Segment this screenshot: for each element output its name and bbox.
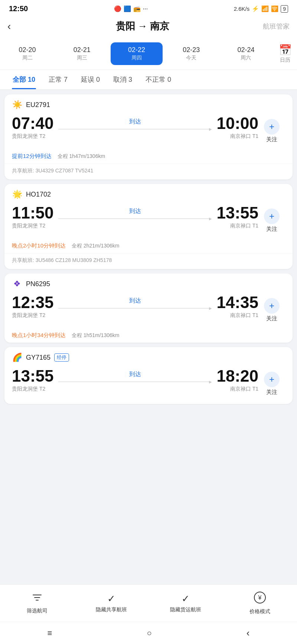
date-selector: 02-20 周二 02-21 周三 02-22 周四 02-23 今天 02-2… bbox=[0, 38, 297, 70]
filter-airline-button[interactable]: 筛选航司 bbox=[0, 590, 74, 617]
battery-icon: 9 bbox=[281, 5, 288, 13]
arrival-time: 13:55 bbox=[216, 205, 258, 221]
date-item-0224[interactable]: 02-24 周六 bbox=[220, 42, 272, 65]
tab-abnormal[interactable]: 不正常 0 bbox=[139, 70, 178, 89]
flight-body: 11:50 到达 13:55 贵阳龙洞堡 T2 南京禄口 T1 + bbox=[4, 203, 293, 241]
menu-button[interactable]: ≡ bbox=[48, 628, 52, 638]
bottom-action-bar: 筛选航司 ✓ 隐藏共享航班 ✓ 隐藏货运航班 ¥ 价格模式 bbox=[0, 584, 297, 622]
hide-shared-icon: ✓ bbox=[107, 593, 115, 605]
tab-cancelled[interactable]: 取消 3 bbox=[107, 70, 139, 89]
home-indicator-bar: ≡ ○ ‹ bbox=[0, 622, 297, 644]
flight-card-gy7165: 🌈 GY7165 经停 13:55 到达 18:20 bbox=[4, 347, 293, 404]
flight-body: 07:40 到达 10:00 贵阳龙洞堡 T2 南京禄口 T1 + bbox=[4, 114, 293, 151]
tab-delayed[interactable]: 延误 0 bbox=[74, 70, 107, 89]
flight-header: 🌟 HO1702 bbox=[4, 184, 293, 203]
arrow-line bbox=[58, 306, 212, 310]
airports-row: 贵阳龙洞堡 T2 南京禄口 T1 bbox=[12, 223, 258, 229]
date-item-0220[interactable]: 02-20 周二 bbox=[1, 42, 53, 65]
filter-icon bbox=[32, 592, 43, 606]
flight-header: ❖ PN6295 bbox=[4, 274, 293, 293]
chat-icon: 🟦 bbox=[124, 5, 131, 12]
status-icons: 🔴 🟦 📻 ··· bbox=[114, 5, 148, 12]
status-time: 12:50 bbox=[9, 4, 28, 13]
shared-flights: 共享航班: 3U5486 CZ128 MU3809 ZH5178 bbox=[4, 253, 293, 269]
price-icon: ¥ bbox=[254, 591, 266, 606]
check-shared: ✓ bbox=[107, 593, 115, 604]
hide-cargo-icon: ✓ bbox=[182, 593, 190, 605]
airline-logo-pn: ❖ bbox=[12, 279, 22, 289]
flight-header: ☀️ EU2791 bbox=[4, 94, 293, 114]
airports-row: 贵阳龙洞堡 T2 南京禄口 T1 bbox=[12, 312, 258, 319]
check-cargo: ✓ bbox=[182, 593, 190, 604]
departure-time: 11:50 bbox=[12, 205, 54, 221]
airline-logo-ho: 🌟 bbox=[12, 189, 22, 200]
status-row: 晚点2小时10分钟到达 全程 2h21m/1306km bbox=[4, 241, 293, 253]
arrow-section: 到达 bbox=[54, 295, 217, 310]
departure-time: 07:40 bbox=[12, 115, 54, 132]
flight-times: 12:35 到达 14:35 贵阳龙洞堡 T2 南京禄口 T1 bbox=[12, 294, 258, 319]
more-icon: ··· bbox=[143, 6, 148, 12]
tab-all[interactable]: 全部 10 bbox=[6, 70, 42, 89]
filter-tabs: 全部 10 正常 7 延误 0 取消 3 不正常 0 bbox=[0, 70, 297, 90]
flight-list: ☀️ EU2791 07:40 到达 10:00 bbox=[0, 90, 297, 465]
flight-times: 13:55 到达 18:20 贵阳龙洞堡 T2 南京禄口 T1 bbox=[12, 368, 258, 392]
status-right-icons: 2.6K/s ⚡ 📶 🛜 9 bbox=[234, 5, 288, 13]
airports-row: 贵阳龙洞堡 T2 南京禄口 T1 bbox=[12, 386, 258, 392]
airline-logo-gy: 🌈 bbox=[12, 352, 22, 363]
dep-arr-wrapper: 12:35 到达 14:35 bbox=[12, 294, 258, 311]
flight-card-pn6295: ❖ PN6295 12:35 到达 14:35 贵 bbox=[4, 274, 293, 343]
arrow-section: 到达 bbox=[54, 205, 217, 221]
follow-button-pn6295[interactable]: + 关注 bbox=[258, 294, 285, 326]
date-item-0222[interactable]: 02-22 周四 bbox=[111, 42, 162, 65]
arrow-section: 到达 bbox=[54, 368, 217, 384]
dep-arr-wrapper: 11:50 到达 13:55 bbox=[12, 205, 258, 221]
manager-link[interactable]: 航班管家 bbox=[263, 22, 290, 31]
flight-number[interactable]: HO1702 bbox=[26, 191, 51, 198]
flight-card-ho1702: 🌟 HO1702 11:50 到达 13:55 bbox=[4, 184, 293, 269]
status-row: 晚点1小时34分钟到达 全程 1h51m/1306km bbox=[4, 330, 293, 343]
date-item-0221[interactable]: 02-21 周三 bbox=[56, 42, 108, 65]
arrow-line bbox=[58, 217, 212, 221]
back-button-home[interactable]: ‹ bbox=[247, 627, 250, 639]
follow-plus-icon: + bbox=[264, 298, 280, 314]
dep-arr-wrapper: 07:40 到达 10:00 bbox=[12, 115, 258, 132]
follow-button-gy7165[interactable]: + 关注 bbox=[258, 368, 285, 399]
date-item-0223[interactable]: 02-23 今天 bbox=[166, 42, 217, 65]
follow-button-eu2791[interactable]: + 关注 bbox=[258, 115, 285, 147]
flight-body: 13:55 到达 18:20 贵阳龙洞堡 T2 南京禄口 T1 + bbox=[4, 366, 293, 404]
calendar-button[interactable]: 📅 日历 bbox=[273, 44, 297, 64]
flight-number[interactable]: GY7165 bbox=[26, 354, 50, 362]
speed-text: 2.6K/s bbox=[234, 6, 250, 12]
flight-number[interactable]: PN6295 bbox=[26, 280, 50, 288]
follow-plus-icon: + bbox=[264, 208, 280, 224]
hide-cargo-button[interactable]: ✓ 隐藏货运航班 bbox=[148, 591, 223, 615]
arrow-section: 到达 bbox=[54, 116, 217, 131]
flight-number[interactable]: EU2791 bbox=[26, 101, 50, 109]
status-row: 提前12分钟到达 全程 1h47m/1306km bbox=[4, 151, 293, 164]
flight-header: 🌈 GY7165 经停 bbox=[4, 347, 293, 366]
weibo-icon: 🔴 bbox=[114, 5, 121, 12]
signal-icon: 📶 bbox=[261, 5, 269, 12]
dep-arr-wrapper: 13:55 到达 18:20 bbox=[12, 368, 258, 384]
follow-plus-icon: + bbox=[264, 119, 280, 135]
shared-flights: 共享航班: 3U4329 CZ7087 TV5241 bbox=[4, 164, 293, 179]
back-button[interactable]: ‹ bbox=[7, 20, 22, 32]
hide-shared-button[interactable]: ✓ 隐藏共享航班 bbox=[74, 591, 148, 615]
follow-plus-icon: + bbox=[264, 372, 280, 387]
radio-icon: 📻 bbox=[133, 5, 141, 12]
departure-time: 12:35 bbox=[12, 294, 54, 311]
svg-text:¥: ¥ bbox=[258, 595, 262, 601]
arrival-time: 14:35 bbox=[216, 294, 258, 311]
arrow-line bbox=[58, 380, 212, 384]
follow-button-ho1702[interactable]: + 关注 bbox=[258, 205, 285, 236]
flight-body: 12:35 到达 14:35 贵阳龙洞堡 T2 南京禄口 T1 + bbox=[4, 293, 293, 330]
bluetooth-icon: ⚡ bbox=[252, 5, 259, 12]
home-button[interactable]: ○ bbox=[147, 628, 151, 638]
departure-time: 13:55 bbox=[12, 368, 54, 384]
stop-badge: 经停 bbox=[54, 353, 69, 362]
price-mode-button[interactable]: ¥ 价格模式 bbox=[223, 589, 297, 617]
tab-normal[interactable]: 正常 7 bbox=[42, 70, 74, 89]
arrival-time: 18:20 bbox=[216, 368, 258, 384]
status-bar: 12:50 🔴 🟦 📻 ··· 2.6K/s ⚡ 📶 🛜 9 bbox=[0, 0, 297, 16]
wifi-icon: 🛜 bbox=[271, 5, 278, 12]
